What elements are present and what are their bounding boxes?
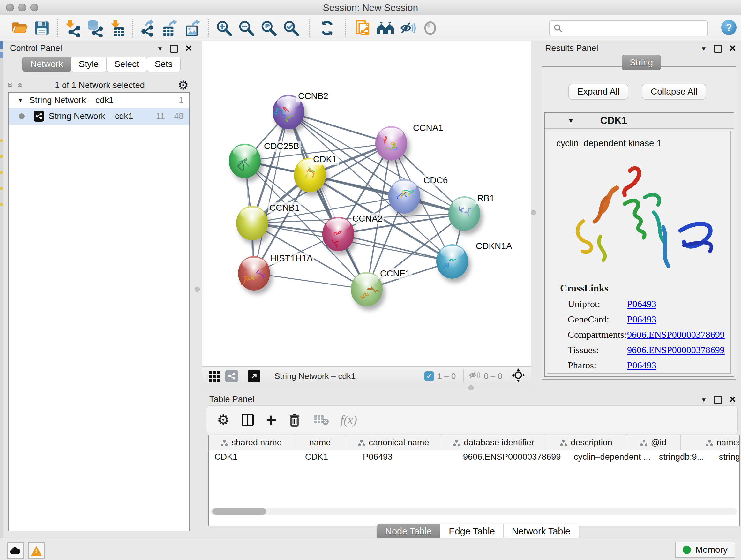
import-table-icon[interactable] — [108, 19, 127, 37]
results-panel-collapse-icon[interactable]: ▼ — [701, 46, 707, 52]
entry-collapse-icon[interactable]: ▼ — [568, 117, 574, 125]
node-cdc25b[interactable] — [229, 144, 261, 178]
column-header--id[interactable]: @id — [626, 435, 681, 450]
column-header-description[interactable]: description — [546, 435, 626, 450]
column-header-database-identifier[interactable]: database identifier — [441, 435, 546, 450]
column-header-canonical-name[interactable]: canonical name — [346, 435, 441, 450]
delete-column-icon[interactable] — [287, 413, 302, 427]
tab-network[interactable]: Network — [22, 57, 71, 72]
table-row[interactable]: CDK1CDK1P064939606.ENSP00000378699cyclin… — [209, 450, 739, 463]
tab-style[interactable]: Style — [71, 57, 107, 72]
tab-sets[interactable]: Sets — [147, 57, 181, 72]
control-panel-close-icon[interactable]: ✕ — [185, 44, 192, 53]
crosslink-link[interactable]: P06493 — [627, 314, 657, 324]
right-splitter-handle[interactable] — [531, 210, 536, 215]
column-header-namespace[interactable]: namespace — [681, 435, 740, 450]
network-row-selected[interactable]: String Network – cdk1 11 48 — [9, 108, 189, 125]
export-network-icon[interactable] — [139, 19, 158, 37]
collapse-all-networks-icon[interactable]: » — [14, 83, 24, 88]
network-options-gear-icon[interactable]: ⚙ — [178, 79, 189, 91]
eye-disabled-icon[interactable] — [421, 19, 440, 37]
tab-node-table[interactable]: Node Table — [377, 523, 441, 539]
network-collection-row[interactable]: ▼ String Network – cdk1 1 — [9, 92, 189, 108]
string-view-icon[interactable] — [225, 370, 238, 382]
tab-edge-table[interactable]: Edge Table — [441, 523, 503, 539]
column-header-name[interactable]: name — [294, 435, 346, 450]
node-cdc6[interactable] — [388, 179, 420, 213]
string-import-icon[interactable] — [354, 19, 373, 37]
zoom-selected-icon[interactable] — [282, 19, 300, 37]
fit-content-crosshair-icon[interactable] — [511, 368, 525, 384]
expand-all-button[interactable]: Expand All — [568, 84, 628, 100]
hidden-count-icon[interactable] — [468, 370, 481, 383]
scrollbar-thumb[interactable] — [212, 508, 266, 515]
memory-button[interactable]: Memory — [675, 542, 735, 558]
table-panel-close-icon[interactable]: ✕ — [729, 395, 736, 404]
horizontal-splitter-handle[interactable] — [468, 385, 474, 390]
collection-collapse-icon[interactable]: ▼ — [17, 97, 23, 104]
tab-select[interactable]: Select — [106, 57, 147, 72]
crosslink-link[interactable]: P06493 — [627, 299, 657, 309]
search-field[interactable] — [549, 20, 708, 37]
cloud-status-button[interactable] — [7, 543, 23, 559]
network-row-label: String Network – cdk1 — [49, 111, 133, 121]
table-panel-float-icon[interactable] — [714, 396, 722, 404]
protein-structure-image — [549, 153, 728, 277]
open-session-icon[interactable] — [10, 19, 29, 37]
selected-count-icon[interactable]: ✓ — [424, 371, 434, 381]
node-ccne1[interactable] — [351, 272, 383, 307]
node-ccna1[interactable] — [375, 126, 407, 161]
show-columns-icon[interactable] — [240, 413, 255, 427]
table-cell: P06493 — [357, 450, 457, 463]
results-panel-float-icon[interactable] — [714, 45, 722, 53]
zoom-fit-icon[interactable] — [259, 19, 278, 37]
tab-network-table[interactable]: Network Table — [503, 523, 579, 539]
results-panel-title: Results Panel — [545, 44, 598, 53]
column-header-shared-name[interactable]: shared name — [209, 435, 294, 450]
node-hist1h1a[interactable] — [238, 256, 270, 291]
result-entry-header[interactable]: ▼ CDK1 — [545, 113, 734, 129]
export-image-icon[interactable] — [184, 19, 202, 37]
zoom-out-icon[interactable] — [237, 19, 256, 37]
node-ccna2[interactable] — [322, 217, 354, 251]
search-input[interactable] — [565, 23, 708, 34]
refresh-icon[interactable] — [318, 19, 336, 37]
create-column-icon[interactable]: + — [266, 414, 276, 426]
left-splitter-handle[interactable] — [195, 287, 200, 292]
control-panel-collapse-icon[interactable]: ▼ — [157, 46, 163, 52]
warning-icon — [31, 546, 42, 556]
import-network-file-icon[interactable] — [64, 19, 82, 37]
tab-string-results[interactable]: String — [622, 55, 661, 70]
table-horizontal-scrollbar[interactable] — [210, 508, 737, 515]
results-panel-close-icon[interactable]: ✕ — [729, 44, 736, 53]
birds-eye-view-icon[interactable] — [248, 370, 260, 382]
crosslink-value: P06493 — [627, 299, 657, 309]
collapse-all-button[interactable]: Collapse All — [642, 84, 706, 100]
grid-view-icon[interactable] — [209, 371, 219, 381]
crosslink-link[interactable]: P06493 — [627, 360, 657, 370]
save-session-icon[interactable] — [32, 19, 51, 37]
collection-label: String Network – cdk1 — [29, 96, 114, 105]
help-icon[interactable]: ? — [721, 20, 737, 35]
main-toolbar: ? — [0, 15, 741, 41]
home-icon[interactable] — [376, 19, 395, 37]
export-table-icon[interactable] — [161, 19, 180, 37]
node-cdkn1a[interactable] — [436, 244, 468, 279]
table-options-gear-icon[interactable]: ⚙ — [217, 413, 229, 427]
node-label-cdc6: CDC6 — [422, 175, 449, 186]
table-panel-collapse-icon[interactable]: ▼ — [701, 397, 707, 403]
column-namespace-icon — [640, 439, 648, 446]
show-hide-icon[interactable] — [399, 19, 417, 37]
zoom-in-icon[interactable] — [215, 19, 233, 37]
delete-table-icon — [313, 413, 329, 427]
crosslink-link[interactable]: 9606.ENSP00000378699 — [627, 345, 725, 355]
network-canvas[interactable]: CCNB2CCNA1CDC25BCDK1CDC6RB1CCNB1CCNA2CDK… — [202, 41, 531, 366]
control-panel-float-icon[interactable] — [170, 45, 178, 53]
crosslink-link[interactable]: 9606.ENSP00000378699 — [627, 329, 725, 340]
table-cell: CDK1 — [299, 450, 357, 463]
node-label-ccnb1: CCNB1 — [268, 202, 301, 213]
table-toolbar: ⚙ + f(x) — [206, 406, 738, 434]
node-ccnb1[interactable] — [236, 206, 268, 240]
import-network-database-icon[interactable] — [86, 19, 105, 37]
warnings-button[interactable] — [28, 543, 45, 559]
